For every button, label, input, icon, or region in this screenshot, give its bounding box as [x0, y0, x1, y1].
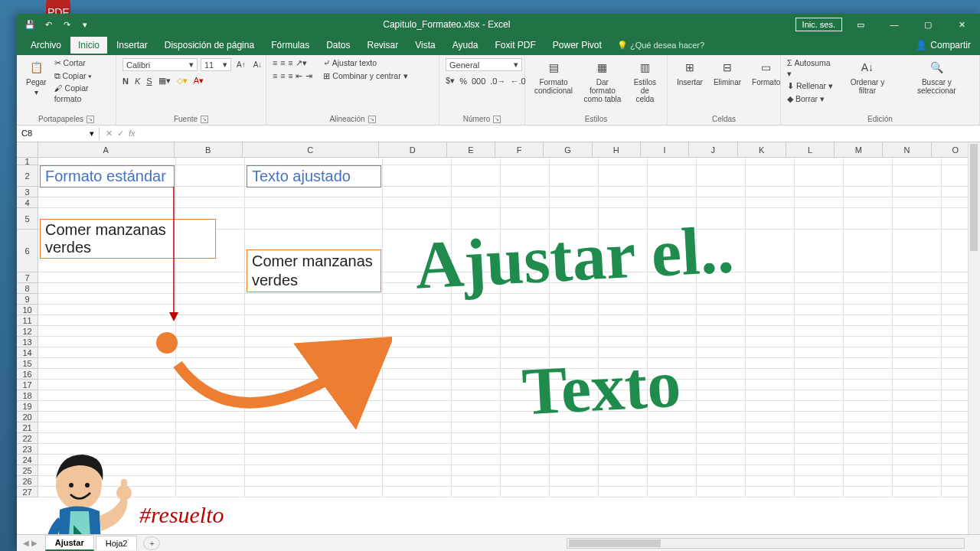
insert-cells-button[interactable]: ⊞Insertar — [674, 58, 706, 88]
align-middle-button[interactable]: ≡ — [280, 58, 285, 69]
col-header-l[interactable]: L — [786, 142, 835, 158]
row-header[interactable]: 20 — [17, 412, 38, 422]
vertical-scrollbar[interactable] — [968, 142, 980, 534]
row-header[interactable]: 17 — [17, 380, 38, 390]
col-header-b[interactable]: B — [175, 142, 243, 158]
row-header[interactable]: 25 — [17, 465, 38, 476]
undo-icon[interactable]: ↶ — [41, 18, 55, 31]
sheet-nav[interactable]: ◀ ▶ — [23, 539, 38, 547]
select-all-corner[interactable] — [17, 142, 38, 158]
ribbon-options-icon[interactable]: ▭ — [845, 15, 876, 34]
font-name-combo[interactable]: Calibri▾ — [122, 58, 198, 71]
row-header[interactable]: 8 — [17, 283, 38, 294]
cancel-formula-icon[interactable]: ✕ — [106, 129, 113, 139]
increase-decimal-button[interactable]: .0→ — [490, 77, 505, 86]
redo-icon[interactable]: ↷ — [60, 18, 74, 31]
vscroll-thumb[interactable] — [970, 144, 978, 251]
cell-styles-button[interactable]: ▥Estilos de celda — [629, 58, 661, 105]
maximize-button[interactable]: ▢ — [913, 15, 943, 34]
copy-button[interactable]: ⧉ Copiar ▾ — [54, 71, 109, 82]
col-header-i[interactable]: I — [641, 142, 689, 158]
spreadsheet-grid[interactable]: A B C D E F G H I J K L M N O Formato es… — [17, 142, 980, 548]
align-bottom-button[interactable]: ≡ — [288, 58, 292, 69]
find-select-button[interactable]: 🔍Buscar y seleccionar — [900, 58, 973, 96]
tab-formulas[interactable]: Fórmulas — [263, 37, 317, 54]
row-header[interactable]: 23 — [17, 444, 38, 455]
row-header[interactable]: 27 — [17, 487, 38, 497]
fill-button[interactable]: ⬇ Rellenar ▾ — [787, 81, 835, 92]
bold-button[interactable]: N — [122, 77, 129, 86]
row-header[interactable]: 7 — [17, 272, 38, 283]
close-button[interactable]: ✕ — [946, 15, 977, 34]
decrease-indent-button[interactable]: ⇤ — [296, 71, 302, 82]
horizontal-scrollbar[interactable] — [567, 538, 965, 549]
col-header-d[interactable]: D — [379, 142, 447, 158]
row-header[interactable]: 1 — [17, 158, 38, 165]
cell-a5[interactable]: Comer manzanas verdes — [40, 219, 216, 259]
new-sheet-button[interactable]: + — [143, 536, 160, 550]
col-header-h[interactable]: H — [593, 142, 641, 158]
login-button[interactable]: Inic. ses. — [795, 18, 842, 31]
row-header[interactable]: 6 — [17, 230, 38, 272]
tab-insertar[interactable]: Insertar — [109, 37, 155, 54]
percent-button[interactable]: % — [459, 77, 467, 86]
font-size-combo[interactable]: 11▾ — [201, 58, 231, 71]
fx-icon[interactable]: fx — [129, 129, 136, 139]
align-top-button[interactable]: ≡ — [273, 58, 277, 69]
row-header[interactable]: 9 — [17, 294, 38, 305]
cell-a2[interactable]: Formato estándar — [40, 165, 175, 187]
tab-inicio[interactable]: Inicio — [70, 37, 107, 54]
align-left-button[interactable]: ≡ — [273, 71, 277, 82]
increase-indent-button[interactable]: ⇥ — [305, 71, 312, 82]
qat-dropdown-icon[interactable]: ▾ — [78, 18, 92, 31]
tab-powerpivot[interactable]: Power Pivot — [545, 37, 609, 54]
decrease-decimal-button[interactable]: ←.0 — [510, 77, 525, 86]
tab-revisar[interactable]: Revisar — [360, 37, 407, 54]
col-header-g[interactable]: G — [544, 142, 592, 158]
tab-vista[interactable]: Vista — [407, 37, 443, 54]
cell-c6[interactable]: Comer manzanas verdes — [247, 249, 381, 292]
italic-button[interactable]: K — [135, 77, 140, 86]
share-button[interactable]: 👤 Compartir — [916, 40, 971, 51]
format-table-button[interactable]: ▦Dar formato como tabla — [580, 58, 625, 105]
row-header[interactable]: 15 — [17, 358, 38, 369]
row-header[interactable]: 24 — [17, 455, 38, 465]
col-header-n[interactable]: N — [883, 142, 931, 158]
tab-disposicion[interactable]: Disposición de página — [157, 37, 262, 54]
row-header[interactable]: 4 — [17, 197, 38, 208]
paste-button[interactable]: 📋Pegar▾ — [23, 58, 50, 98]
sheet-tab-hoja2[interactable]: Hoja2 — [96, 536, 138, 550]
tell-me-search[interactable]: 💡 ¿Qué desea hacer? — [617, 41, 704, 51]
row-header[interactable]: 10 — [17, 305, 38, 315]
col-header-k[interactable]: K — [738, 142, 786, 158]
row-header[interactable]: 19 — [17, 401, 38, 412]
row-header[interactable]: 3 — [17, 187, 38, 197]
cut-button[interactable]: ✂ Cortar — [54, 58, 109, 69]
row-header[interactable]: 13 — [17, 337, 38, 347]
tab-datos[interactable]: Datos — [318, 37, 358, 54]
underline-button[interactable]: S — [146, 77, 152, 86]
increase-font-button[interactable]: A↑ — [234, 60, 248, 70]
col-header-c[interactable]: C — [243, 142, 379, 158]
row-header[interactable]: 26 — [17, 476, 38, 487]
sheet-tab-ajustar[interactable]: Ajustar — [45, 535, 94, 551]
merge-center-button[interactable]: ⊞ Combinar y centrar ▾ — [323, 71, 407, 82]
tab-ayuda[interactable]: Ayuda — [445, 37, 486, 54]
delete-cells-button[interactable]: ⊟Eliminar — [710, 58, 744, 88]
formula-input[interactable] — [142, 132, 980, 135]
font-color-button[interactable]: A▾ — [194, 76, 204, 86]
tab-foxit[interactable]: Foxit PDF — [487, 37, 543, 54]
save-icon[interactable]: 💾 — [23, 18, 37, 31]
decrease-font-button[interactable]: A↓ — [251, 60, 265, 70]
name-box[interactable]: C8▾ — [17, 127, 100, 140]
col-header-e[interactable]: E — [447, 142, 495, 158]
row-header[interactable]: 16 — [17, 369, 38, 380]
row-header[interactable]: 12 — [17, 326, 38, 337]
row-header[interactable]: 11 — [17, 315, 38, 326]
fill-color-button[interactable]: ◇▾ — [177, 76, 188, 86]
number-launcher-icon[interactable]: ↘ — [493, 116, 501, 123]
col-header-a[interactable]: A — [38, 142, 175, 158]
enter-formula-icon[interactable]: ✓ — [117, 129, 124, 139]
cell-c2[interactable]: Texto ajustado — [247, 165, 381, 187]
conditional-format-button[interactable]: ▤Formato condicional — [531, 58, 576, 96]
